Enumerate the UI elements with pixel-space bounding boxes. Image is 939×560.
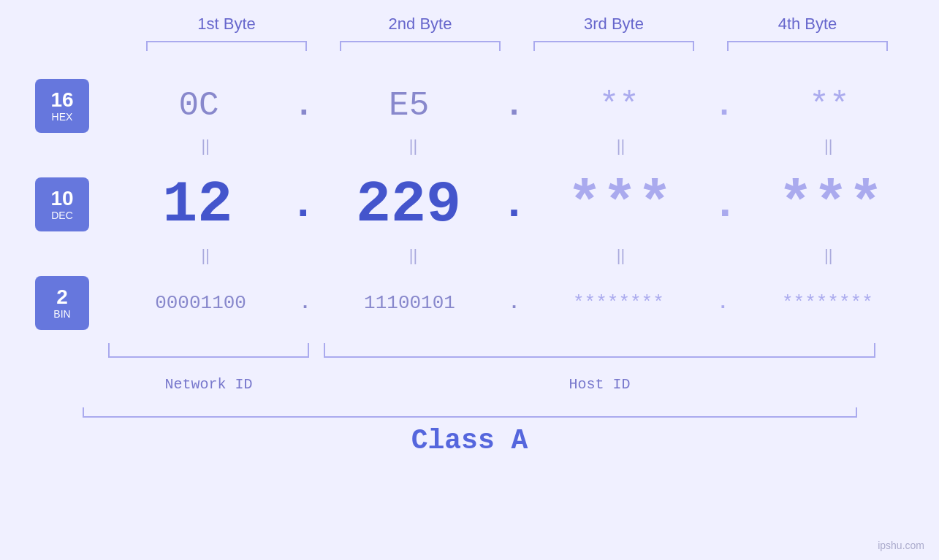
dec-dot-3: . bbox=[712, 180, 738, 229]
bin-values: 00001100 . 11100101 . ******** . *******… bbox=[89, 292, 939, 314]
byte-header-2: 2nd Byte bbox=[340, 15, 501, 34]
dec-base-number: 10 bbox=[50, 188, 73, 210]
hex-byte-1: 0C bbox=[118, 87, 279, 125]
eq-1-b1: || bbox=[125, 137, 286, 164]
main-container: 1st Byte 2nd Byte 3rd Byte 4th Byte 16 H… bbox=[0, 0, 939, 560]
dec-row: 10 DEC 12 . 229 . *** . *** bbox=[0, 161, 939, 248]
hex-values: 0C . E5 . ** . ** bbox=[89, 87, 939, 125]
eq-2-b4: || bbox=[748, 246, 909, 273]
top-bracket-3 bbox=[533, 41, 694, 51]
hex-badge: 16 HEX bbox=[35, 79, 89, 133]
eq-2-b3: || bbox=[541, 246, 702, 273]
eq-2-b2: || bbox=[332, 246, 493, 273]
hex-byte-3: ** bbox=[539, 87, 699, 125]
dec-byte-4: *** bbox=[750, 172, 911, 238]
dec-byte-3: *** bbox=[539, 172, 700, 238]
class-row: Class A bbox=[0, 425, 939, 456]
equals-area-2: || . || . || . || bbox=[95, 246, 939, 273]
byte-header-1: 1st Byte bbox=[146, 15, 307, 34]
top-bracket-2 bbox=[340, 41, 501, 51]
eq-1-b4: || bbox=[748, 137, 909, 164]
hex-dot-1: . bbox=[294, 87, 314, 125]
byte-header-3: 3rd Byte bbox=[533, 15, 694, 34]
network-bracket bbox=[108, 343, 309, 358]
dec-base-label: DEC bbox=[51, 210, 73, 221]
eq-1-b3: || bbox=[541, 137, 702, 164]
dec-byte-1: 12 bbox=[117, 172, 278, 238]
outer-bracket bbox=[83, 407, 857, 418]
bin-dot-2: . bbox=[509, 292, 520, 314]
bottom-brackets bbox=[108, 343, 883, 372]
equals-row-1: || . || . || . || bbox=[0, 139, 939, 161]
bin-byte-3: ******** bbox=[538, 292, 699, 314]
top-bracket-1 bbox=[146, 41, 307, 51]
dec-byte-2: 229 bbox=[328, 172, 489, 238]
bin-row: 2 BIN 00001100 . 11100101 . ******** . *… bbox=[0, 270, 939, 336]
dec-badge: 10 DEC bbox=[35, 177, 89, 231]
byte-header-4: 4th Byte bbox=[727, 15, 888, 34]
class-label: Class A bbox=[411, 425, 528, 456]
hex-base-label: HEX bbox=[52, 111, 73, 123]
bin-base-number: 2 bbox=[56, 286, 68, 309]
bin-byte-1: 00001100 bbox=[121, 292, 281, 314]
host-bracket bbox=[324, 343, 875, 358]
eq-1-b2: || bbox=[332, 137, 493, 164]
watermark: ipshu.com bbox=[878, 540, 924, 551]
hex-byte-2: E5 bbox=[329, 87, 490, 125]
bin-badge: 2 BIN bbox=[35, 276, 89, 330]
hex-byte-4: ** bbox=[749, 87, 910, 125]
dec-dot-1: . bbox=[290, 180, 316, 229]
hex-base-number: 16 bbox=[50, 89, 73, 112]
hex-dot-2: . bbox=[504, 87, 525, 125]
network-id-label: Network ID bbox=[108, 376, 309, 393]
host-id-label: Host ID bbox=[324, 376, 875, 393]
bin-byte-4: ******** bbox=[747, 292, 908, 314]
dec-dot-2: . bbox=[501, 180, 527, 229]
bin-dot-1: . bbox=[300, 292, 311, 314]
byte-headers-row: 1st Byte 2nd Byte 3rd Byte 4th Byte bbox=[130, 15, 905, 34]
bin-dot-3: . bbox=[718, 292, 729, 314]
bin-byte-2: 11100101 bbox=[330, 292, 490, 314]
hex-dot-3: . bbox=[714, 87, 734, 125]
eq-2-b1: || bbox=[125, 246, 286, 273]
equals-area-1: || . || . || . || bbox=[95, 137, 939, 164]
label-row: Network ID Host ID bbox=[108, 376, 883, 393]
outer-bracket-row bbox=[0, 407, 939, 418]
top-bracket-4 bbox=[727, 41, 888, 51]
bin-base-label: BIN bbox=[53, 308, 70, 320]
equals-row-2: || . || . || . || bbox=[0, 248, 939, 270]
top-bracket-row bbox=[130, 41, 905, 51]
hex-row: 16 HEX 0C . E5 . ** . ** bbox=[0, 73, 939, 139]
bottom-area: Network ID Host ID bbox=[0, 343, 939, 393]
dec-values: 12 . 229 . *** . *** bbox=[89, 172, 939, 238]
